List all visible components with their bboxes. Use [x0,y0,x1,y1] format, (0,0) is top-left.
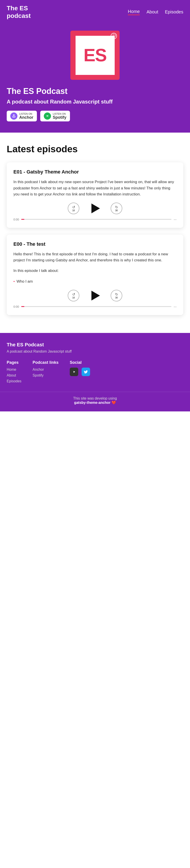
player-1-time-end: --- [174,218,177,221]
anchor-badge[interactable]: LISTEN ON Anchor [7,111,37,121]
episode-0-list: Who I am [13,278,177,284]
footer-pages-col: Pages Home About Episodes [7,360,22,385]
site-nav: Home About Episodes [128,9,183,15]
site-footer: The ES Podcast A podcast about Random Ja… [0,333,190,411]
youtube-icon[interactable] [70,368,78,376]
sound-icon [110,33,117,40]
footer-link-spotify[interactable]: Spotify [33,373,59,377]
progress-bar-fill-0 [21,306,24,307]
player-1-time-start: 0:00 [13,218,19,221]
player-1-progress: 0:00 --- [13,218,177,221]
spotify-platform-text: Spotify [53,115,66,120]
anchor-platform-text: Anchor [19,115,33,120]
player-0-controls: ↺ 10 ↻ 30 [13,289,177,302]
footer-bottom-text: This site was develop using [73,397,117,400]
play-icon [91,204,100,213]
forward-label: 30 [115,209,118,212]
footer-logo: The ES Podcast [7,342,183,348]
forward-30-button-0[interactable]: ↻ 30 [110,290,122,301]
rewind-arrow-icon: ↺ [72,205,75,209]
footer-social-icons [70,368,90,376]
footer-pages-title: Pages [7,360,22,365]
forward-30-button-1[interactable]: ↻ 30 [110,203,122,214]
play-icon-0 [91,291,100,301]
player-0-progress: 0:00 --- [13,305,177,308]
latest-episodes-section: Latest episodes E01 - Gatsby Theme Ancho… [0,133,190,333]
footer-bottom-link: gatsby-theme-anchor [74,401,110,404]
svg-point-6 [13,115,14,116]
forward-arrow-icon-0: ↻ [115,292,118,297]
progress-bar-track-0[interactable] [21,306,171,307]
episode-card-0: E00 - The test Hello there! This is the … [7,235,183,315]
player-0-time-end: --- [174,305,177,308]
footer-link-episodes[interactable]: Episodes [7,379,22,383]
play-button-1[interactable] [88,202,102,215]
twitter-icon[interactable] [82,368,90,376]
site-logo: The ES podcast [7,4,47,20]
progress-bar-track-1[interactable] [21,219,171,220]
episode-card-1: E01 - Gatsby Theme Anchor In this podcas… [7,162,183,228]
rewind-10-button-1[interactable]: ↺ 10 [68,203,80,214]
footer-top: The ES Podcast A podcast about Random Ja… [7,342,183,353]
episode-1-title: E01 - Gatsby Theme Anchor [13,169,177,175]
episode-0-list-intro: In this episode I talk about: [13,268,177,274]
footer-podcast-col: Podcast links Anchor Spotify [33,360,59,385]
hero-subtitle: A podcast about Random Javascript stuff [7,98,113,105]
hero-section: ES The ES Podcast A podcast about Random… [0,24,190,133]
list-item-0: Who I am [13,278,177,284]
forward-label-0: 30 [115,297,118,299]
anchor-listen-on: LISTEN ON [19,113,33,115]
spotify-badge-label: LISTEN ON Spotify [53,113,66,120]
anchor-icon [10,113,18,120]
spotify-listen-on: LISTEN ON [53,113,66,115]
footer-podcast-title: Podcast links [33,360,59,365]
forward-arrow-icon: ↻ [115,205,118,209]
spotify-icon [44,113,51,120]
footer-social-title: Social [70,360,90,365]
footer-link-anchor[interactable]: Anchor [33,368,59,372]
player-0-time-start: 0:00 [13,305,19,308]
hero-title: The ES Podcast [7,87,67,96]
hero-es-logo: ES [84,45,107,65]
footer-tagline: A podcast about Random Javascript stuff [7,349,183,353]
heart-icon: ❤️ [112,401,116,404]
rewind-10-button-0[interactable]: ↺ 10 [68,290,80,301]
rewind-arrow-icon-0: ↺ [72,292,75,297]
audio-player-1: ↺ 10 ↻ 30 0:00 --- [13,202,177,221]
anchor-badge-label: LISTEN ON Anchor [19,113,33,120]
play-button-0[interactable] [88,289,102,302]
svg-point-7 [46,115,49,118]
footer-bottom: This site was develop using gatsby-theme… [7,392,183,411]
progress-bar-fill-1 [21,219,24,220]
episode-0-description: Hello there! This is the first episode o… [13,251,177,263]
site-header: The ES podcast Home About Episodes [0,0,190,24]
latest-episodes-title: Latest episodes [7,144,183,155]
player-1-controls: ↺ 10 ↻ 30 [13,202,177,215]
hero-image-inner: ES [75,36,115,75]
footer-link-home[interactable]: Home [7,368,22,372]
listen-badges: LISTEN ON Anchor LISTEN ON Spotify [7,111,70,121]
footer-social-col: Social [70,360,90,385]
rewind-label-0: 10 [72,297,75,299]
spotify-badge[interactable]: LISTEN ON Spotify [40,111,70,121]
episode-0-title: E00 - The test [13,241,177,247]
nav-about[interactable]: About [147,9,158,14]
audio-player-0: ↺ 10 ↻ 30 0:00 --- [13,289,177,308]
nav-home[interactable]: Home [128,9,140,15]
svg-line-4 [115,35,116,35]
episode-1-description: In this podcast I talk about my new open… [13,179,177,197]
footer-columns: Pages Home About Episodes Podcast links … [7,360,183,385]
nav-episodes[interactable]: Episodes [165,9,183,14]
hero-image: ES [70,31,120,80]
svg-point-2 [113,35,115,37]
footer-link-about[interactable]: About [7,373,22,377]
rewind-label: 10 [72,209,75,212]
